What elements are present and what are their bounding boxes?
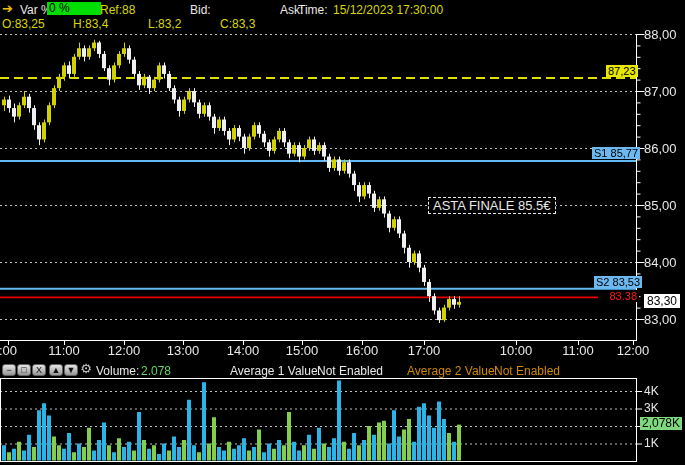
var-percent-value: 0 % bbox=[47, 2, 101, 15]
volume-axis-tick: 3K bbox=[644, 401, 659, 415]
average2-value: Not Enabled bbox=[494, 364, 560, 378]
support1-price-tag: S1 85,77 bbox=[592, 147, 640, 159]
time-value: 15/12/2023 17:30:00 bbox=[333, 3, 443, 17]
ref-label: Ref: bbox=[100, 3, 122, 17]
price-direction-arrow-icon: ➔ bbox=[2, 1, 13, 16]
close-value: C:83,3 bbox=[220, 17, 255, 31]
volume-axis-tick: 1K bbox=[644, 436, 659, 450]
volume-axis-tick: 4K bbox=[644, 384, 659, 398]
time-axis-tick: 12:00 bbox=[613, 343, 653, 358]
settings-gear-icon[interactable]: ⚙ bbox=[79, 362, 93, 374]
resistance-price-tag: 87,23 bbox=[606, 65, 638, 77]
close-button[interactable]: X bbox=[32, 364, 46, 376]
price-axis-tick: 88,00 bbox=[644, 27, 685, 42]
volume-label: Volume: bbox=[96, 364, 139, 378]
volume-value: 2.078 bbox=[141, 364, 171, 378]
time-axis-tick: 11:00 bbox=[558, 343, 598, 358]
current-volume-tag: 2,078K bbox=[640, 417, 682, 430]
price-axis-tick: 85,00 bbox=[644, 198, 685, 213]
time-axis-tick: 13:00 bbox=[163, 343, 203, 358]
ref-value: 88 bbox=[122, 3, 135, 17]
low-value: L:83,2 bbox=[148, 17, 181, 31]
bid-label: Bid: bbox=[190, 3, 211, 17]
high-value: H:83,4 bbox=[73, 17, 108, 31]
time-axis-tick: 16:00 bbox=[342, 343, 382, 358]
volume-chart-canvas[interactable] bbox=[0, 378, 685, 465]
maximize-button[interactable]: □ bbox=[17, 364, 31, 376]
average1-label: Average 1 Value: bbox=[230, 364, 321, 378]
minimize-button[interactable]: − bbox=[2, 364, 16, 376]
price-axis-tick: 84,00 bbox=[644, 255, 685, 270]
scroll-up-button[interactable]: ▲ bbox=[49, 364, 63, 376]
price-chart-canvas[interactable] bbox=[0, 33, 685, 345]
price-axis-tick: 86,00 bbox=[644, 141, 685, 156]
open-value: O:83,25 bbox=[2, 17, 45, 31]
time-axis-tick: 12:00 bbox=[104, 343, 144, 358]
scroll-down-button[interactable]: ▼ bbox=[64, 364, 78, 376]
time-axis-tick: 15:00 bbox=[282, 343, 322, 358]
red-level-price-tag: 83.38 bbox=[598, 290, 639, 302]
time-axis-tick: 17:00 bbox=[404, 343, 444, 358]
time-axis-tick: 14:00 bbox=[223, 343, 263, 358]
auction-annotation-box: ASTA FINALE 85.5€ bbox=[428, 197, 556, 214]
time-axis-tick: 10:00 bbox=[496, 343, 536, 358]
time-axis-tick: :00 bbox=[0, 343, 28, 358]
average2-label: Average 2 Value: bbox=[407, 364, 498, 378]
price-axis-tick: 87,00 bbox=[644, 84, 685, 99]
trading-app-window: ➔ Var %: 0 % Ref: 88 Bid: Ask: Time: 15/… bbox=[0, 0, 685, 465]
price-axis-tick: 83,00 bbox=[644, 312, 685, 327]
average1-value: Not Enabled bbox=[317, 364, 383, 378]
support2-price-tag: S2 83,53 bbox=[594, 276, 642, 288]
last-price-tag: 83,30 bbox=[644, 294, 680, 308]
time-axis-tick: 11:00 bbox=[44, 343, 84, 358]
time-label: Time: bbox=[298, 3, 328, 17]
